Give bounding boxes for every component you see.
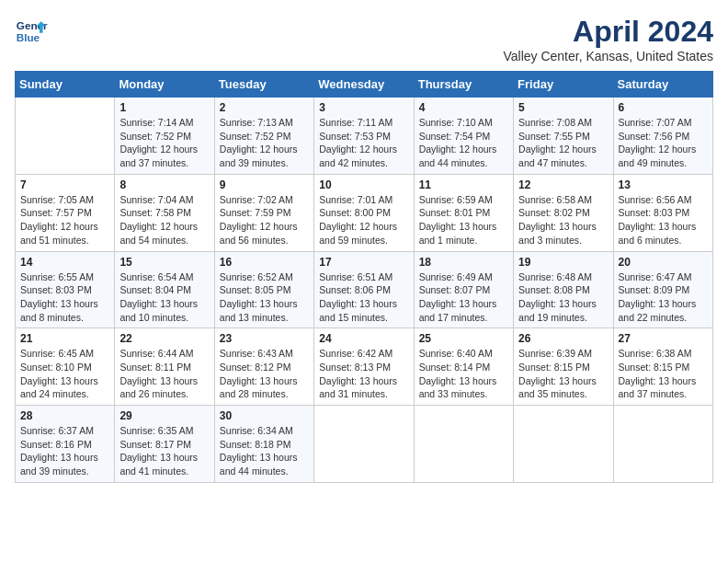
day-cell: 15Sunrise: 6:54 AMSunset: 8:04 PMDayligh… [115, 251, 214, 328]
day-info: Sunrise: 7:07 AMSunset: 7:56 PMDaylight:… [619, 116, 708, 170]
day-header-friday: Friday [514, 72, 613, 98]
week-row-3: 14Sunrise: 6:55 AMSunset: 8:03 PMDayligh… [16, 251, 713, 328]
day-cell: 6Sunrise: 7:07 AMSunset: 7:56 PMDaylight… [613, 98, 712, 175]
day-cell: 20Sunrise: 6:47 AMSunset: 8:09 PMDayligh… [613, 251, 712, 328]
day-info: Sunrise: 6:56 AMSunset: 8:03 PMDaylight:… [619, 193, 708, 247]
day-info: Sunrise: 7:13 AMSunset: 7:52 PMDaylight:… [220, 116, 309, 170]
svg-text:Blue: Blue [17, 31, 40, 43]
day-cell: 12Sunrise: 6:58 AMSunset: 8:02 PMDayligh… [514, 174, 613, 251]
day-info: Sunrise: 7:14 AMSunset: 7:52 PMDaylight:… [119, 116, 209, 170]
day-info: Sunrise: 6:35 AMSunset: 8:17 PMDaylight:… [119, 424, 209, 478]
calendar-subtitle: Valley Center, Kansas, United States [503, 49, 713, 63]
day-info: Sunrise: 6:38 AMSunset: 8:15 PMDaylight:… [619, 347, 708, 401]
day-cell: 11Sunrise: 6:59 AMSunset: 8:01 PMDayligh… [414, 174, 513, 251]
week-row-4: 21Sunrise: 6:45 AMSunset: 8:10 PMDayligh… [16, 328, 713, 406]
day-number: 20 [619, 256, 708, 269]
day-number: 18 [419, 256, 508, 269]
day-info: Sunrise: 6:37 AMSunset: 8:16 PMDaylight:… [20, 424, 109, 478]
day-number: 12 [518, 178, 608, 191]
day-number: 21 [20, 332, 109, 345]
day-number: 16 [220, 256, 309, 269]
day-cell: 25Sunrise: 6:40 AMSunset: 8:14 PMDayligh… [414, 328, 513, 406]
day-cell: 22Sunrise: 6:44 AMSunset: 8:11 PMDayligh… [115, 328, 214, 406]
day-cell: 30Sunrise: 6:34 AMSunset: 8:18 PMDayligh… [214, 406, 313, 483]
day-cell: 21Sunrise: 6:45 AMSunset: 8:10 PMDayligh… [16, 328, 115, 406]
day-cell: 24Sunrise: 6:42 AMSunset: 8:13 PMDayligh… [314, 328, 414, 406]
day-number: 7 [20, 178, 109, 191]
day-header-saturday: Saturday [613, 72, 712, 98]
day-header-wednesday: Wednesday [314, 72, 414, 98]
day-number: 22 [119, 332, 209, 345]
day-header-sunday: Sunday [16, 72, 115, 98]
day-number: 4 [419, 101, 508, 114]
day-cell: 5Sunrise: 7:08 AMSunset: 7:55 PMDaylight… [514, 98, 613, 175]
day-info: Sunrise: 7:02 AMSunset: 7:59 PMDaylight:… [220, 193, 309, 247]
day-cell: 29Sunrise: 6:35 AMSunset: 8:17 PMDayligh… [115, 406, 214, 483]
day-number: 13 [619, 178, 708, 191]
day-number: 5 [518, 101, 608, 114]
day-header-thursday: Thursday [414, 72, 513, 98]
day-header-monday: Monday [115, 72, 214, 98]
day-cell: 13Sunrise: 6:56 AMSunset: 8:03 PMDayligh… [613, 174, 712, 251]
week-row-1: 1Sunrise: 7:14 AMSunset: 7:52 PMDaylight… [16, 98, 713, 175]
day-cell [16, 98, 115, 175]
day-info: Sunrise: 7:05 AMSunset: 7:57 PMDaylight:… [20, 193, 109, 247]
day-info: Sunrise: 6:39 AMSunset: 8:15 PMDaylight:… [518, 347, 608, 401]
calendar-title: April 2024 [503, 15, 713, 49]
day-cell: 7Sunrise: 7:05 AMSunset: 7:57 PMDaylight… [16, 174, 115, 251]
day-cell: 18Sunrise: 6:49 AMSunset: 8:07 PMDayligh… [414, 251, 513, 328]
day-info: Sunrise: 7:11 AMSunset: 7:53 PMDaylight:… [319, 116, 408, 170]
header-row: SundayMondayTuesdayWednesdayThursdayFrid… [16, 72, 713, 98]
day-number: 1 [119, 101, 209, 114]
day-number: 9 [220, 178, 309, 191]
day-header-tuesday: Tuesday [214, 72, 313, 98]
day-info: Sunrise: 7:04 AMSunset: 7:58 PMDaylight:… [119, 193, 209, 247]
day-cell: 10Sunrise: 7:01 AMSunset: 8:00 PMDayligh… [314, 174, 414, 251]
day-cell: 3Sunrise: 7:11 AMSunset: 7:53 PMDaylight… [314, 98, 414, 175]
day-cell: 4Sunrise: 7:10 AMSunset: 7:54 PMDaylight… [414, 98, 513, 175]
day-info: Sunrise: 6:48 AMSunset: 8:08 PMDaylight:… [518, 270, 608, 325]
day-info: Sunrise: 6:42 AMSunset: 8:13 PMDaylight:… [319, 347, 408, 401]
day-number: 26 [518, 332, 608, 345]
day-cell [613, 406, 712, 483]
week-row-5: 28Sunrise: 6:37 AMSunset: 8:16 PMDayligh… [16, 406, 713, 483]
day-info: Sunrise: 7:08 AMSunset: 7:55 PMDaylight:… [518, 116, 608, 170]
day-info: Sunrise: 6:51 AMSunset: 8:06 PMDaylight:… [319, 270, 408, 325]
day-number: 2 [220, 101, 309, 114]
day-number: 29 [119, 409, 209, 422]
day-cell: 19Sunrise: 6:48 AMSunset: 8:08 PMDayligh… [514, 251, 613, 328]
day-info: Sunrise: 6:58 AMSunset: 8:02 PMDaylight:… [518, 193, 608, 247]
logo-icon: General Blue [15, 15, 48, 48]
day-info: Sunrise: 6:52 AMSunset: 8:05 PMDaylight:… [220, 270, 309, 325]
calendar-table: SundayMondayTuesdayWednesdayThursdayFrid… [15, 71, 713, 483]
day-number: 14 [20, 256, 109, 269]
day-number: 10 [319, 178, 408, 191]
day-number: 30 [220, 409, 309, 422]
day-number: 15 [119, 256, 209, 269]
day-cell: 23Sunrise: 6:43 AMSunset: 8:12 PMDayligh… [214, 328, 313, 406]
day-info: Sunrise: 7:01 AMSunset: 8:00 PMDaylight:… [319, 193, 408, 247]
day-info: Sunrise: 6:47 AMSunset: 8:09 PMDaylight:… [619, 270, 708, 325]
day-cell [314, 406, 414, 483]
day-cell: 9Sunrise: 7:02 AMSunset: 7:59 PMDaylight… [214, 174, 313, 251]
day-number: 19 [518, 256, 608, 269]
day-info: Sunrise: 6:40 AMSunset: 8:14 PMDaylight:… [419, 347, 508, 401]
day-cell [414, 406, 513, 483]
day-number: 24 [319, 332, 408, 345]
day-cell: 16Sunrise: 6:52 AMSunset: 8:05 PMDayligh… [214, 251, 313, 328]
day-cell: 8Sunrise: 7:04 AMSunset: 7:58 PMDaylight… [115, 174, 214, 251]
day-cell: 27Sunrise: 6:38 AMSunset: 8:15 PMDayligh… [613, 328, 712, 406]
day-number: 27 [619, 332, 708, 345]
header: General Blue April 2024 Valley Center, K… [15, 15, 713, 63]
title-area: April 2024 Valley Center, Kansas, United… [503, 15, 713, 63]
day-cell: 26Sunrise: 6:39 AMSunset: 8:15 PMDayligh… [514, 328, 613, 406]
day-info: Sunrise: 6:59 AMSunset: 8:01 PMDaylight:… [419, 193, 508, 247]
day-cell [514, 406, 613, 483]
day-info: Sunrise: 7:10 AMSunset: 7:54 PMDaylight:… [419, 116, 508, 170]
day-info: Sunrise: 6:54 AMSunset: 8:04 PMDaylight:… [119, 270, 209, 325]
day-number: 28 [20, 409, 109, 422]
day-info: Sunrise: 6:45 AMSunset: 8:10 PMDaylight:… [20, 347, 109, 401]
day-number: 25 [419, 332, 508, 345]
day-number: 17 [319, 256, 408, 269]
day-info: Sunrise: 6:44 AMSunset: 8:11 PMDaylight:… [119, 347, 209, 401]
